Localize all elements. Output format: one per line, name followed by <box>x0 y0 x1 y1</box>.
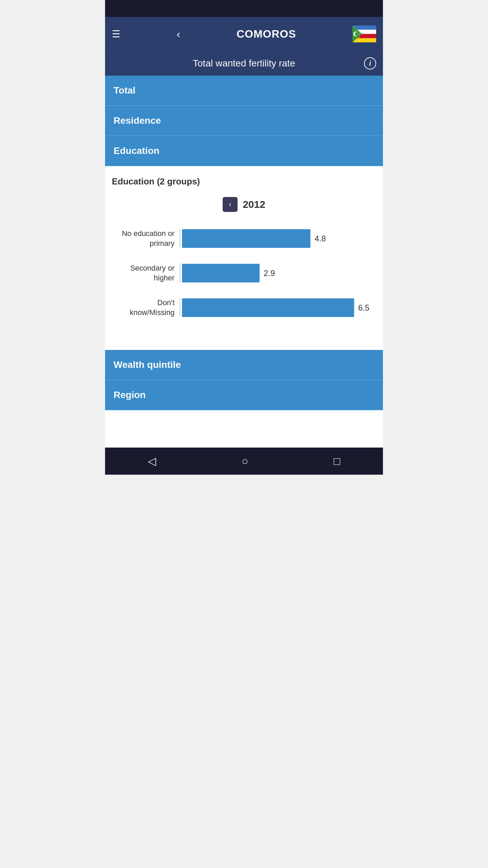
section-education[interactable]: Education <box>105 136 383 166</box>
header: ☰ ‹ COMOROS ★ ★ ★ ★ <box>105 17 383 51</box>
section-region-label: Region <box>114 390 146 400</box>
year-navigation: ‹ 2012 <box>112 197 376 212</box>
page-title: COMOROS <box>237 28 296 40</box>
nav-back-icon[interactable]: ◁ <box>148 455 156 468</box>
bar-value-no-education: 4.8 <box>314 234 326 243</box>
bar-row-dont-know: Don't know/Missing 6.5 <box>112 298 369 317</box>
title-bar: Total wanted fertility rate i <box>105 51 383 76</box>
svg-point-6 <box>355 32 359 36</box>
education-groups-title: Education (2 groups) <box>112 176 376 187</box>
footer-navigation: ◁ ○ □ <box>105 448 383 475</box>
bar-row-no-education: No education orprimary 4.8 <box>112 229 369 248</box>
bar-row-secondary: Secondary or higher 2.9 <box>112 263 369 283</box>
status-bar <box>105 0 383 17</box>
spacer <box>105 410 383 448</box>
bar-fill-secondary <box>182 264 260 282</box>
education-groups-panel: Education (2 groups) ‹ 2012 No education… <box>105 166 383 350</box>
bar-track-no-education: 4.8 <box>180 229 369 248</box>
section-total[interactable]: Total <box>105 76 383 106</box>
section-education-label: Education <box>114 145 159 156</box>
section-residence[interactable]: Residence <box>105 106 383 136</box>
section-wealth-quintile[interactable]: Wealth quintile <box>105 350 383 380</box>
prev-year-button[interactable]: ‹ <box>223 197 238 212</box>
bar-label-secondary: Secondary or higher <box>112 263 180 283</box>
bar-track-secondary: 2.9 <box>180 264 369 282</box>
bar-label-dont-know: Don't know/Missing <box>112 298 180 317</box>
bar-fill-no-education <box>182 229 310 248</box>
bar-value-dont-know: 6.5 <box>358 303 369 313</box>
bar-chart: No education orprimary 4.8 Secondary or … <box>112 225 376 340</box>
section-total-label: Total <box>114 85 136 96</box>
menu-icon[interactable]: ☰ <box>112 28 120 40</box>
year-display: 2012 <box>243 199 265 210</box>
section-region[interactable]: Region <box>105 380 383 410</box>
nav-square-icon[interactable]: □ <box>334 455 340 468</box>
fertility-rate-title: Total wanted fertility rate <box>193 58 295 69</box>
bar-value-secondary: 2.9 <box>264 269 275 278</box>
info-button[interactable]: i <box>364 57 376 70</box>
country-flag: ★ ★ ★ ★ <box>352 25 376 42</box>
back-icon[interactable]: ‹ <box>177 28 180 40</box>
section-residence-label: Residence <box>114 115 161 126</box>
bar-track-dont-know: 6.5 <box>180 298 369 317</box>
nav-home-icon[interactable]: ○ <box>242 455 248 468</box>
bar-fill-dont-know <box>182 298 354 317</box>
section-wealth-quintile-label: Wealth quintile <box>114 359 181 370</box>
bar-label-no-education: No education orprimary <box>112 229 180 248</box>
